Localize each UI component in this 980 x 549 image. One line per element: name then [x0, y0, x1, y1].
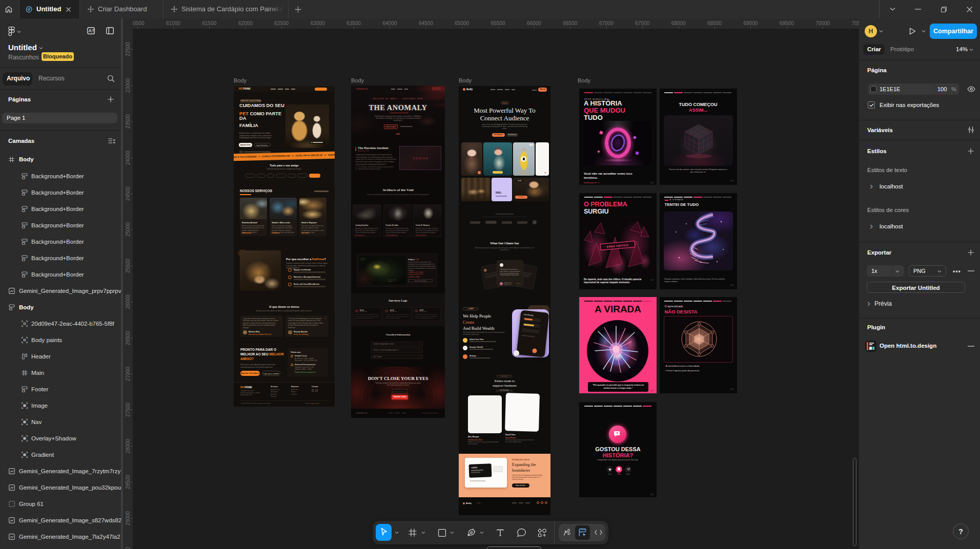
svg-text:A?: A? — [89, 28, 94, 33]
